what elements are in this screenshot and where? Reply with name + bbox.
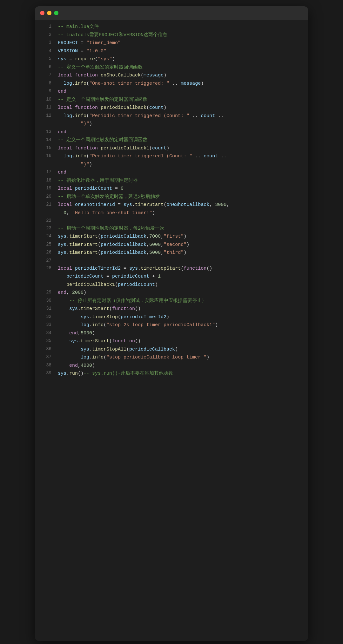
line-content: local oneShotTimerId = sys.timerStart(on… [58,201,303,209]
code-line: ")") [35,120,308,128]
token: "first" [164,234,184,239]
token: 0 [64,210,66,216]
token: .. [169,81,181,86]
token: periodicCount [64,274,104,279]
line-content: ")") [58,120,303,128]
token: sys [81,347,89,352]
token: -- LuaTools需要PROJECT和VERSION这两个信息 [58,32,167,38]
line-number: 28 [40,265,51,273]
token: = [78,40,86,46]
line-number: 32 [40,313,51,321]
code-line: 26sys.timerStart(periodicCallback,5000,"… [35,249,308,257]
token: local [58,146,72,151]
token: sys [58,371,66,376]
token: . [72,81,75,86]
token: ( [98,250,101,255]
token: . [72,154,75,159]
token: ( [109,306,112,312]
token: ( [104,322,106,328]
line-content: log.info("One-shot timer triggered: " ..… [58,80,303,88]
minimize-button[interactable] [47,11,51,15]
token [98,146,101,151]
code-line: 1-- main.lua文件 [35,23,308,31]
maximize-button[interactable] [54,11,58,15]
line-number: 11 [40,104,51,112]
line-number: 14 [40,136,51,144]
token: "third" [164,250,184,255]
token: end [58,170,66,175]
token: count [149,105,164,110]
token: periodicCallback [101,242,146,247]
token: ( [126,347,129,352]
token: VERSION [58,49,78,54]
line-number: 38 [40,362,51,370]
token: -- 启动一个周期性触发的定时器，每2秒触发一次 [58,226,165,231]
line-content: log.info("Periodic timer triggered (Coun… [58,112,303,120]
line-content: sys.timerStart(function() [58,305,303,313]
token: () [78,371,84,376]
code-line: periodicCount = periodicCount + 1 [35,273,308,281]
line-number: 16 [40,152,51,161]
token: function [75,146,98,151]
line-content: -- 启动一个单次触发的定时器，延迟3秒后触发 [58,193,303,201]
line-content: -- 定义一个单次触发的定时器回调函数 [58,63,303,72]
token: ( [164,202,166,207]
token: periodicCallback [129,347,175,352]
line-content: log.info("stop 2s loop timer periodicCal… [58,321,303,329]
token: "Hello from one-shot timer!" [72,210,152,216]
line-number: 6 [40,63,51,72]
line-content: log.info("Periodic timer triggered1 (Cou… [58,152,303,161]
token [58,154,64,159]
token: periodicCallback [101,105,146,110]
token: , [146,242,149,247]
token: "stop 2s loop timer periodicCallback1" [106,322,215,328]
token: , [146,234,149,239]
token: ( [118,314,121,320]
token: . [66,234,69,239]
token: log [64,154,72,159]
token [72,186,75,191]
token: , [226,202,229,207]
token: 5000 [81,331,92,336]
token: "1.0.0" [86,49,106,54]
line-number: 13 [40,128,51,136]
token: timerStart [81,338,109,344]
line-content: VERSION = "1.0.0" [58,47,303,56]
line-number [40,209,51,217]
line-content: sys = require("sys") [58,55,303,63]
line-content: local function periodicCallback(count) [58,104,303,112]
token: count [201,113,215,119]
token: periodicCallback [101,250,146,255]
line-content [58,257,303,265]
token: end [58,290,66,295]
token: () [135,306,141,312]
line-number: 18 [40,177,51,185]
line-content: -- 定义一个周期性触发的定时器回调函数 [58,136,303,144]
line-content: -- 停止所有定时器（仅作为测试，实际应用中应根据需要停止） [58,297,303,305]
token: sys [58,234,66,239]
line-number: 31 [40,305,51,313]
token: periodicCallback1 [101,146,149,151]
line-content [58,217,303,225]
token: . [138,266,141,271]
token: ) [84,290,86,295]
token: end [58,129,66,135]
token: = [66,56,75,62]
token: . [78,338,81,344]
code-line: 13end [35,128,308,136]
code-line: 21local oneShotTimerId = sys.timerStart(… [35,201,308,209]
token: -- 定义一个周期性触发的定时器回调函数 [58,97,147,102]
line-number: 10 [40,96,51,104]
token: onShotCallback [101,73,141,78]
token: 7000 [149,234,161,239]
token: timerStop [92,314,118,320]
line-content: sys.run()-- sys.run()-此后不要在添加其他函数 [58,370,303,378]
token: + [149,274,158,279]
code-line: ")") [35,161,308,169]
close-button[interactable] [40,11,44,15]
token: 0 [121,186,124,191]
token: function [75,105,98,110]
line-content: -- 启动一个周期性触发的定时器，每2秒触发一次 [58,225,303,233]
line-number: 2 [40,31,51,39]
code-line: 18-- 初始化计数器，用于周期性定时器 [35,177,308,185]
